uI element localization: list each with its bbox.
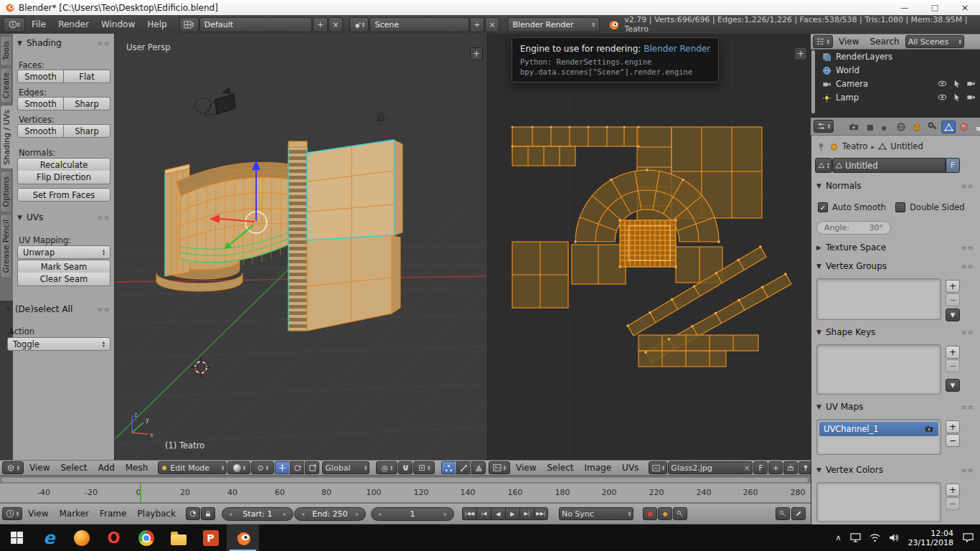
tab-grease-pencil[interactable]: Grease Pencil (0, 214, 12, 278)
image-browse-button[interactable] (649, 461, 667, 474)
jump-to-end-button[interactable]: ▶▶| (534, 507, 548, 520)
double-sided-checkbox[interactable] (895, 202, 905, 212)
panel-grip-icon[interactable]: ≡≡ (97, 306, 110, 314)
snap-toggle-button[interactable] (398, 461, 413, 474)
taskbar-chrome-button[interactable] (130, 524, 162, 551)
current-frame-field[interactable]: ◂ 1 ▸ (371, 507, 454, 521)
mesh-browse-button[interactable] (815, 158, 832, 173)
viewport-menu-select[interactable]: Select (55, 463, 92, 473)
orientation-dropdown[interactable]: Global (322, 461, 369, 474)
tab-texture-icon[interactable] (973, 121, 980, 133)
volume-icon[interactable] (889, 533, 900, 542)
mesh-name-field[interactable]: Untitled (832, 158, 946, 173)
play-reverse-button[interactable]: ◀ (491, 507, 505, 520)
add-vertex-group-button[interactable]: + (946, 280, 960, 293)
panel-header-uvs[interactable]: ▼ UVs ≡≡ (17, 212, 110, 222)
toggle-dropdown[interactable]: Toggle (7, 337, 110, 351)
cursor-arrow-icon[interactable] (952, 79, 961, 88)
wifi-icon[interactable] (870, 533, 880, 542)
camera-restrict-toggles[interactable] (938, 79, 976, 88)
panel-header-vertex-groups[interactable]: ▼ Vertex Groups ≡≡ (816, 261, 974, 271)
tab-object-data-icon[interactable] (941, 121, 956, 133)
editor-type-button-3dview[interactable] (2, 461, 24, 474)
outliner-item-camera[interactable]: Camera (822, 79, 868, 89)
unwrap-dropdown[interactable]: Unwrap (17, 245, 110, 259)
remove-uv-map-button[interactable]: − (946, 434, 960, 447)
vertex-group-specials-button[interactable]: ▼ (946, 309, 960, 321)
decrement-arrow-icon[interactable]: ◂ (229, 511, 232, 517)
timeline-scrollbar[interactable] (0, 476, 811, 484)
uv-menu-uvs[interactable]: UVs (617, 463, 644, 473)
menu-window[interactable]: Window (95, 19, 141, 29)
pack-image-button[interactable] (783, 461, 798, 474)
breadcrumb-object-name[interactable]: Teatro (842, 141, 867, 151)
panel-header-uv-maps[interactable]: ▼ UV Maps ≡≡ (816, 402, 974, 412)
manipulator-rotate-button[interactable] (290, 461, 304, 474)
edges-smooth-button[interactable]: Smooth (17, 97, 64, 110)
unlink-image-icon[interactable]: × (744, 464, 750, 472)
add-uv-map-button[interactable]: + (946, 420, 960, 433)
timeline-ruler[interactable]: -40 -20 0 20 40 60 80 100 120 140 160 18… (0, 484, 811, 503)
prev-keyframe-button[interactable]: |◀ (476, 507, 491, 520)
taskbar-opera-button[interactable]: O (98, 524, 130, 551)
viewport-menu-add[interactable]: Add (93, 463, 120, 473)
screen-layout-browse-button[interactable] (179, 17, 199, 32)
pivot-point-dropdown[interactable]: ⊙ (251, 461, 274, 474)
menu-file[interactable]: File (26, 19, 52, 29)
start-button[interactable] (0, 524, 33, 551)
delete-scene-button[interactable]: × (485, 17, 499, 32)
recalculate-button[interactable]: Recalculate (17, 158, 110, 171)
faces-flat-button[interactable]: Flat (64, 70, 110, 83)
render-restrict-icon[interactable] (966, 79, 976, 88)
region-expand-button[interactable]: + (470, 47, 483, 60)
outliner-menu-search[interactable]: Search (864, 37, 904, 47)
proportional-edit-dropdown[interactable]: ◎ (376, 461, 397, 474)
panel-header-normals[interactable]: ▼ Normals ≡≡ (816, 181, 974, 191)
viewport-menu-mesh[interactable]: Mesh (121, 463, 154, 473)
vertex-groups-list[interactable] (816, 278, 941, 320)
panel-grip-icon[interactable]: ≡≡ (961, 244, 974, 252)
maximize-button[interactable]: □ (920, 0, 950, 15)
editor-type-button-properties[interactable] (814, 120, 834, 133)
remove-vertex-color-button[interactable]: − (946, 497, 960, 510)
uv-menu-select[interactable]: Select (542, 463, 578, 473)
new-image-button[interactable]: + (768, 461, 783, 474)
taskbar-edge-button[interactable]: e (33, 524, 65, 551)
play-button[interactable]: ▶ (505, 507, 519, 520)
image-name-field[interactable]: Glass2.jpg × (668, 461, 753, 474)
panel-header-shape-keys[interactable]: ▼ Shape Keys ≡≡ (816, 327, 974, 337)
eye-icon[interactable] (938, 79, 947, 88)
tab-object-icon[interactable] (910, 121, 924, 133)
vertices-sharp-button[interactable]: Sharp (64, 124, 110, 138)
uv-map-item-selected[interactable]: UVChannel_1 (819, 422, 938, 436)
titlebar[interactable]: Blender* [C:\Users\Teo\Desktop\Edificio.… (0, 0, 980, 16)
faces-smooth-button[interactable]: Smooth (17, 70, 64, 83)
panel-grip-icon[interactable]: ≡≡ (97, 214, 110, 222)
panel-header-texture-space[interactable]: ▶ Texture Space ≡≡ (816, 242, 974, 253)
timeline-menu-playback[interactable]: Playback (132, 509, 181, 519)
auto-smooth-checkbox[interactable]: ✓ (818, 202, 828, 212)
tab-render-layers-icon[interactable] (862, 121, 877, 133)
editor-type-button-info[interactable] (3, 17, 25, 32)
fake-user-button[interactable]: F (946, 158, 960, 173)
keyingset-edit-button[interactable] (791, 507, 806, 520)
increment-arrow-icon[interactable]: ▸ (283, 511, 286, 517)
clear-seam-button[interactable]: Clear Seam (17, 273, 110, 286)
close-button[interactable]: × (950, 0, 980, 15)
set-from-faces-button[interactable]: Set From Faces (17, 188, 110, 202)
mark-seam-button[interactable]: Mark Seam (17, 260, 110, 273)
tab-material-icon[interactable] (957, 121, 971, 133)
lamp-restrict-toggles[interactable] (938, 93, 976, 102)
panel-grip-icon[interactable]: ≡≡ (961, 466, 974, 474)
uv-maps-list[interactable]: UVChannel_1 (816, 419, 941, 455)
panel-grip-icon[interactable]: ≡≡ (961, 263, 974, 270)
add-layout-button[interactable]: + (313, 17, 327, 32)
render-engine-dropdown[interactable]: Blender Render (507, 17, 599, 32)
add-vertex-color-button[interactable]: + (946, 484, 960, 496)
tab-render-icon[interactable] (847, 121, 861, 133)
vertex-colors-list[interactable] (816, 482, 941, 522)
taskbar-firefox-button[interactable] (65, 524, 98, 551)
tab-world-icon[interactable] (894, 121, 908, 133)
delete-layout-button[interactable]: × (329, 17, 343, 32)
outliner-item-world[interactable]: World (822, 65, 859, 75)
